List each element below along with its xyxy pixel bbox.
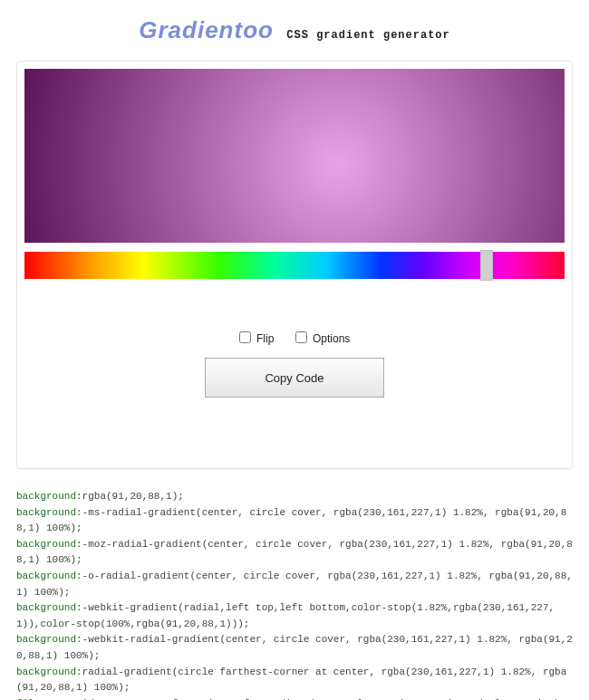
options-text: Options [313, 332, 350, 345]
css-property: background [16, 602, 76, 613]
css-value: :-o-radial-gradient(center, circle cover… [16, 571, 573, 598]
code-line: background:-moz-radial-gradient(center, … [16, 537, 573, 569]
copy-code-button[interactable]: Copy Code [205, 358, 384, 398]
code-line: background:-webkit-radial-gradient(cente… [16, 632, 573, 664]
code-line: background:-webkit-gradient(radial,left … [16, 600, 573, 632]
code-line: background:radial-gradient(circle farthe… [16, 665, 573, 696]
flip-checkbox[interactable] [239, 331, 251, 343]
hue-slider[interactable] [24, 252, 565, 279]
code-line: background:rgba(91,20,88,1); [16, 489, 573, 505]
app-logo: Gradientoo [139, 16, 274, 43]
flip-text: Flip [256, 332, 274, 345]
code-line: background:-ms-radial-gradient(center, c… [16, 505, 573, 537]
css-property: background [16, 634, 76, 645]
css-value: :-ms-radial-gradient(center, circle cove… [16, 507, 566, 534]
css-property: background [16, 539, 76, 550]
options-checkbox-label[interactable]: Options [295, 332, 351, 345]
generator-card: Flip Options Copy Code [16, 61, 573, 469]
css-output: background:rgba(91,20,88,1);background:-… [16, 489, 573, 700]
css-value: :radial-gradient(circle farthest-corner … [16, 666, 566, 694]
flip-checkbox-label[interactable]: Flip [239, 332, 277, 345]
hue-handle[interactable] [480, 250, 493, 281]
css-value: :-webkit-gradient(radial,left top,left b… [16, 602, 555, 629]
options-checkbox[interactable] [295, 331, 307, 343]
gradient-preview [24, 69, 565, 243]
app-tagline: CSS gradient generator [286, 29, 449, 42]
controls-area: Flip Options Copy Code [24, 279, 565, 461]
css-value: :rgba(91,20,88,1); [76, 491, 184, 502]
css-value: :-moz-radial-gradient(center, circle cov… [16, 539, 573, 566]
css-property: background [16, 507, 76, 518]
app-header: Gradientoo CSS gradient generator [0, 16, 589, 44]
css-property: background [16, 666, 76, 677]
code-line: background:-o-radial-gradient(center, ci… [16, 569, 573, 600]
code-line: filter:progid:DXImageTransform.Microsoft… [16, 696, 573, 700]
css-property: background [16, 571, 76, 581]
checkbox-row: Flip Options [24, 331, 565, 345]
css-value: :-webkit-radial-gradient(center, circle … [16, 634, 573, 661]
css-property: background [16, 491, 76, 502]
